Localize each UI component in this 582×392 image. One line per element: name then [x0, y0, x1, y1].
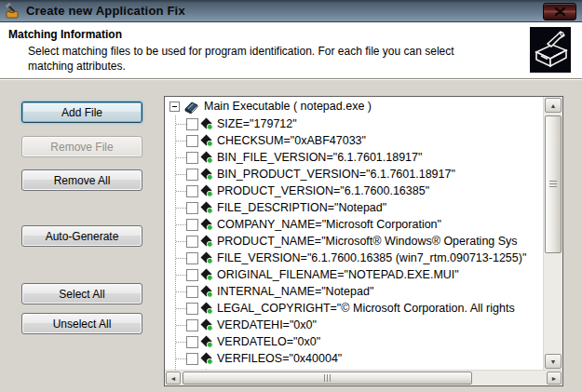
attribute-label: PRODUCT_VERSION="6.1.7600.16385" — [217, 184, 429, 197]
attribute-checkbox[interactable] — [186, 202, 198, 214]
attribute-checkbox[interactable] — [186, 169, 198, 181]
wizard-header: Matching Information Select matching fil… — [0, 22, 582, 78]
attribute-checkbox[interactable] — [186, 336, 198, 348]
tree-item[interactable]: SIZE="179712" — [165, 115, 544, 132]
attribute-checkbox[interactable] — [186, 319, 198, 331]
vertical-scrollbar-thumb[interactable] — [545, 115, 562, 253]
application-fix-icon — [4, 3, 20, 20]
vertical-scrollbar[interactable]: ▲ ▼ — [543, 97, 562, 370]
add-file-button[interactable]: Add File — [21, 101, 142, 123]
page-description-line2: matching attributes. — [28, 59, 454, 74]
attribute-icon — [200, 168, 213, 181]
attribute-icon — [200, 251, 213, 264]
thumb-grip — [549, 181, 557, 188]
tree-rows: SIZE="179712" CHECKSUM="0xABF47033" BIN_… — [165, 115, 544, 370]
page-title: Matching Information — [8, 28, 122, 41]
attribute-label: LEGAL_COPYRIGHT="© Microsoft Corporation… — [217, 302, 515, 315]
attribute-icon — [200, 184, 213, 197]
window-title: Create new Application Fix — [26, 4, 185, 18]
scroll-right-button[interactable]: ► — [547, 372, 562, 385]
tree-content: Main Executable ( notepad.exe ) SIZE="17… — [165, 97, 544, 370]
select-all-button[interactable]: Select All — [21, 283, 142, 304]
remove-all-button[interactable]: Remove All — [21, 169, 142, 191]
attribute-label: BIN_PRODUCT_VERSION="6.1.7601.18917" — [217, 168, 455, 181]
attribute-icon — [200, 134, 213, 147]
attribute-icon — [200, 151, 213, 164]
tree-root-item[interactable]: Main Executable ( notepad.exe ) — [165, 97, 544, 115]
tree-item[interactable]: PRODUCT_NAME="Microsoft® Windows® Operat… — [165, 233, 544, 250]
matching-files-tree: Main Executable ( notepad.exe ) SIZE="17… — [164, 96, 563, 386]
unselect-all-button[interactable]: Unselect All — [21, 313, 142, 334]
tree-item[interactable]: BIN_FILE_VERSION="6.1.7601.18917" — [165, 149, 544, 166]
attribute-checkbox[interactable] — [186, 236, 198, 248]
attribute-label: SIZE="179712" — [217, 117, 297, 130]
thumb-grip — [324, 374, 332, 382]
attribute-icon — [200, 335, 213, 348]
attribute-icon — [200, 285, 213, 298]
tree-item[interactable]: VERDATELO="0x0" — [165, 333, 544, 350]
attribute-icon — [200, 302, 213, 315]
attribute-label: BIN_FILE_VERSION="6.1.7601.18917" — [217, 151, 422, 164]
tree-item[interactable]: FILE_VERSION="6.1.7600.16385 (win7_rtm.0… — [165, 250, 544, 266]
attribute-label: VERDATELO="0x0" — [217, 335, 320, 348]
attribute-label: VERFILEOS="0x40004" — [217, 352, 342, 365]
tree-item[interactable]: LEGAL_COPYRIGHT="© Microsoft Corporation… — [165, 300, 544, 317]
remove-file-button[interactable]: Remove File — [21, 136, 142, 157]
attribute-label: PRODUCT_NAME="Microsoft® Windows® Operat… — [217, 235, 518, 248]
attribute-checkbox[interactable] — [186, 185, 198, 197]
attribute-checkbox[interactable] — [186, 252, 198, 264]
tree-item[interactable]: VERFILEOS="0x40004" — [165, 350, 544, 367]
header-separator — [0, 78, 582, 80]
attribute-icon — [200, 117, 213, 130]
attribute-checkbox[interactable] — [186, 286, 198, 298]
attribute-checkbox[interactable] — [186, 303, 198, 315]
horizontal-scrollbar[interactable]: ◄ ► — [165, 370, 562, 385]
tree-item[interactable]: INTERNAL_NAME="Notepad" — [165, 283, 544, 300]
scroll-left-button[interactable]: ◄ — [166, 372, 181, 385]
attribute-label: INTERNAL_NAME="Notepad" — [217, 285, 373, 298]
scroll-down-icon: ▼ — [550, 358, 557, 365]
titlebar: Create new Application Fix — [0, 0, 582, 22]
attribute-checkbox[interactable] — [186, 118, 198, 130]
attribute-label: COMPANY_NAME="Microsoft Corporation" — [217, 218, 441, 231]
attribute-icon — [200, 201, 213, 214]
attribute-checkbox[interactable] — [186, 353, 198, 365]
scroll-up-button[interactable]: ▲ — [545, 98, 562, 113]
tree-item[interactable]: FILE_DESCRIPTION="Notepad" — [165, 199, 544, 216]
hardware-box-wrench-icon — [530, 27, 571, 73]
page-description: Select matching files to be used for pro… — [28, 44, 454, 74]
tree-item[interactable]: ORIGINAL_FILENAME="NOTEPAD.EXE.MUI" — [165, 266, 544, 283]
attribute-icon — [200, 268, 213, 281]
attribute-checkbox[interactable] — [186, 135, 198, 147]
attribute-checkbox[interactable] — [186, 269, 198, 281]
scroll-up-icon: ▲ — [550, 102, 557, 109]
attribute-label: CHECKSUM="0xABF47033" — [217, 134, 366, 147]
close-button[interactable] — [543, 3, 576, 20]
scroll-left-icon: ◄ — [170, 375, 177, 382]
attribute-checkbox[interactable] — [186, 152, 198, 164]
attribute-label: FILE_DESCRIPTION="Notepad" — [217, 201, 386, 214]
collapse-icon[interactable] — [169, 101, 180, 112]
page-description-line1: Select matching files to be used for pro… — [28, 44, 454, 59]
close-icon — [555, 7, 565, 16]
scroll-down-button[interactable]: ▼ — [545, 354, 562, 369]
tree-item[interactable]: COMPANY_NAME="Microsoft Corporation" — [165, 216, 544, 233]
attribute-icon — [200, 218, 213, 231]
scroll-right-icon: ► — [551, 375, 558, 382]
attribute-label: FILE_VERSION="6.1.7600.16385 (win7_rtm.0… — [217, 251, 526, 264]
tree-item[interactable]: PRODUCT_VERSION="6.1.7600.16385" — [165, 182, 544, 199]
executable-file-icon — [183, 100, 199, 114]
attribute-icon — [200, 235, 213, 248]
attribute-label: ORIGINAL_FILENAME="NOTEPAD.EXE.MUI" — [217, 268, 459, 281]
attribute-label: VERDATEHI="0x0" — [217, 318, 317, 331]
create-application-fix-dialog: { "window": { "title": "Create new Appli… — [0, 0, 582, 392]
horizontal-scrollbar-thumb[interactable] — [183, 372, 472, 385]
tree-item[interactable]: BIN_PRODUCT_VERSION="6.1.7601.18917" — [165, 166, 544, 182]
tree-item[interactable]: VERDATEHI="0x0" — [165, 317, 544, 333]
attribute-icon — [200, 352, 213, 365]
attribute-icon — [200, 318, 213, 331]
tree-root-label: Main Executable ( notepad.exe ) — [204, 100, 372, 113]
tree-item[interactable]: CHECKSUM="0xABF47033" — [165, 132, 544, 149]
auto-generate-button[interactable]: Auto-Generate — [21, 225, 142, 247]
attribute-checkbox[interactable] — [186, 219, 198, 231]
